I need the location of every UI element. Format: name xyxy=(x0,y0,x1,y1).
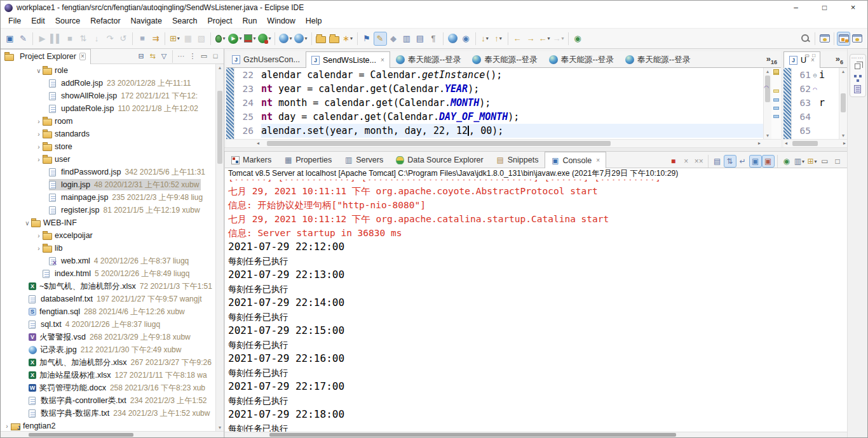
tree-item-store[interactable]: ›store xyxy=(1,140,224,153)
panel-tab-console[interactable]: ▣Console× xyxy=(545,152,606,168)
tree-item-fengtian-sql[interactable]: fengtian.sql288 2021/4/6 上午12:26 xubw xyxy=(1,305,224,318)
code-line-26[interactable]: 26alendar.set(year, month, day, 22, 12, … xyxy=(234,124,763,138)
scrollbar-thumb[interactable] xyxy=(841,93,846,112)
scroll-left-icon[interactable]: ◂ xyxy=(257,140,259,146)
web-service-icon[interactable]: ▾ xyxy=(278,32,293,46)
run-icon[interactable]: ▶▾ xyxy=(227,32,243,46)
panel-tab-data-source-explorer[interactable]: Data Source Explorer xyxy=(390,152,490,168)
tab-close-icon[interactable]: × xyxy=(596,157,600,164)
search-icon[interactable] xyxy=(799,32,812,46)
scroll-left-icon[interactable]: ◂ xyxy=(785,140,787,146)
console-horizontal-scrollbar[interactable] xyxy=(225,432,847,437)
open-console-view-icon[interactable]: ▣ xyxy=(3,32,17,46)
collapsed-arrow-icon[interactable]: › xyxy=(3,423,11,430)
tree-item-register-jsp[interactable]: register.jsp81 2021/1/5 上午12:19 xubw xyxy=(1,204,224,216)
tree-item-web-xml[interactable]: web.xml4 2020/12/26 上午8:37 liugq xyxy=(1,255,224,267)
link-doc-icon[interactable]: ▥ xyxy=(400,32,414,46)
tab-close-icon[interactable]: × xyxy=(381,56,384,63)
view-menu-icon[interactable]: ⋮ xyxy=(187,51,198,62)
collapsed-arrow-icon[interactable]: › xyxy=(35,245,43,252)
maximize-button[interactable]: □ xyxy=(810,1,839,15)
dropdown-arrow-icon[interactable]: ▾ xyxy=(239,36,241,41)
occurrence-marker[interactable] xyxy=(773,90,779,93)
scrollbar-thumb[interactable] xyxy=(29,433,133,437)
import-folder-icon[interactable] xyxy=(315,32,328,46)
tree-item-docx[interactable]: 奖罚管理功能.docx258 2021/3/16 下午8:23 xub xyxy=(1,382,224,394)
next-annotation-icon[interactable]: ↓▾ xyxy=(478,32,492,46)
dropdown-arrow-icon[interactable]: ▾ xyxy=(222,36,225,41)
menu-navigate[interactable]: Navigate xyxy=(126,15,167,28)
search-marker[interactable] xyxy=(773,98,779,102)
show-whitespace-icon[interactable]: ¶ xyxy=(427,32,440,46)
remove-all-launches-icon[interactable]: ×× xyxy=(693,155,705,168)
occurrence-marker[interactable] xyxy=(773,69,779,75)
tree-item-fengtian2[interactable]: ›fengtian2 xyxy=(1,420,224,431)
debug-icon[interactable]: ▾ xyxy=(214,32,227,46)
dropdown-arrow-icon[interactable]: ▾ xyxy=(268,36,271,41)
profile-icon[interactable]: ▾ xyxy=(257,32,272,46)
dropdown-arrow-icon[interactable]: ▾ xyxy=(562,36,564,41)
panel-tab-properties[interactable]: ▦Properties xyxy=(278,152,338,168)
secondary-code-line-64[interactable]: 64 xyxy=(792,110,839,124)
panel-tab-servers[interactable]: ▥Servers xyxy=(338,152,390,168)
minimize-button[interactable]: – xyxy=(782,1,810,15)
fold-icon[interactable]: ◠ xyxy=(811,86,819,93)
editor-tab-sendwsliste[interactable]: JSendWsListe...× xyxy=(306,51,390,68)
scroll-down-icon[interactable]: ▾ xyxy=(216,425,224,430)
show-stderr-icon[interactable]: ▣ xyxy=(762,155,775,168)
secondary-horizontal-scrollbar[interactable]: ◂ ▸ xyxy=(783,139,847,147)
maximize-view-icon[interactable]: □ xyxy=(210,51,221,62)
restore-views-icon[interactable] xyxy=(855,63,860,69)
cursor-mark-icon[interactable]: ◆ xyxy=(387,32,400,46)
menu-search[interactable]: Search xyxy=(167,15,203,28)
remove-launch-icon[interactable]: × xyxy=(680,155,693,168)
editor-tab-item[interactable]: 奉天能源--登录 xyxy=(466,51,543,67)
use-step-filters-icon[interactable]: ≡ xyxy=(135,32,149,46)
tree-item-lib[interactable]: ›lib xyxy=(1,242,224,255)
dropdown-arrow-icon[interactable]: ▾ xyxy=(350,36,353,41)
search-marker[interactable] xyxy=(773,115,779,118)
scroll-down-icon[interactable]: ▾ xyxy=(764,133,771,138)
last-edit-location-icon[interactable]: ← xyxy=(511,32,524,46)
editor-horizontal-scrollbar[interactable]: ◂ ▸ xyxy=(226,139,781,147)
dropdown-arrow-icon[interactable]: ▾ xyxy=(499,36,502,41)
tree-item-showallrole-jsp[interactable]: showAllRole.jsp172 2021/1/21 下午12: xyxy=(1,90,224,102)
tree-item-user[interactable]: ›user xyxy=(1,153,224,166)
tree-item-xlsx[interactable]: 加油站星级标准.xlsx127 2021/1/11 下午8:18 wa xyxy=(1,369,224,382)
show-stdout-icon[interactable]: ▣ xyxy=(749,155,762,168)
mark-occurrences-flag-icon[interactable]: ⚑ xyxy=(360,32,374,46)
explorer-vertical-scrollbar[interactable]: ▴ ▾ xyxy=(215,64,224,431)
expanded-arrow-icon[interactable]: ∨ xyxy=(24,220,31,227)
filter-icon[interactable]: ▽ xyxy=(158,51,170,62)
view-tab-close-icon[interactable]: × xyxy=(79,53,86,60)
terminate-console-icon[interactable]: ■ xyxy=(667,155,680,168)
dropdown-arrow-icon[interactable]: ▾ xyxy=(177,36,180,41)
code-editor[interactable]: 22alendar calendar = Calendar.getInstanc… xyxy=(234,68,763,139)
editor-tab-gzhuserscon[interactable]: JGzhUsersCon... xyxy=(226,51,306,67)
clear-console-icon[interactable]: ▤ xyxy=(711,155,724,168)
editor-tab-item[interactable]: 奉天能源--登录 xyxy=(620,51,696,67)
collapse-all-icon[interactable]: ⊟ xyxy=(135,51,147,62)
menu-edit[interactable]: Edit xyxy=(26,15,50,28)
scroll-lock-icon[interactable]: ⇅ xyxy=(724,155,736,168)
secondary-code-line-63[interactable]: 63r xyxy=(792,96,839,110)
editor-tab-item[interactable]: 奉天能源--登录 xyxy=(543,51,620,67)
open-web-browser-icon[interactable] xyxy=(446,32,459,46)
focus-icon[interactable]: ⋯ xyxy=(175,51,187,62)
scroll-down-icon[interactable]: ▾ xyxy=(839,133,847,138)
tree-item-jpg[interactable]: 记录表.jpg212 2021/1/30 下午2:49 xubw xyxy=(1,343,224,356)
tree-item-login-jsp[interactable]: login.jsp48 2020/12/31 上午10:52 xubw xyxy=(1,178,224,191)
pin-console-icon[interactable]: ◉ xyxy=(780,155,793,168)
java-ee-perspective-icon[interactable] xyxy=(837,32,850,46)
menu-help[interactable]: Help xyxy=(301,15,327,28)
scroll-right-icon[interactable]: ▸ xyxy=(758,140,761,146)
dropdown-arrow-icon[interactable]: ▾ xyxy=(815,159,817,164)
code-line-25[interactable]: 25nt day = calendar.get(Calendar.DAY_OF_… xyxy=(234,110,763,124)
project-explorer-tab[interactable]: Project Explorer × xyxy=(1,49,91,64)
outline-doc-icon[interactable]: ▤ xyxy=(414,32,427,46)
previous-annotation-icon[interactable]: ↑▾ xyxy=(492,32,505,46)
collapsed-arrow-icon[interactable]: › xyxy=(35,156,43,163)
pin-quill-icon[interactable]: ✎ xyxy=(17,32,30,46)
next-edit-location-icon[interactable]: → xyxy=(524,32,538,46)
scrollbar-thumb[interactable] xyxy=(792,141,818,146)
